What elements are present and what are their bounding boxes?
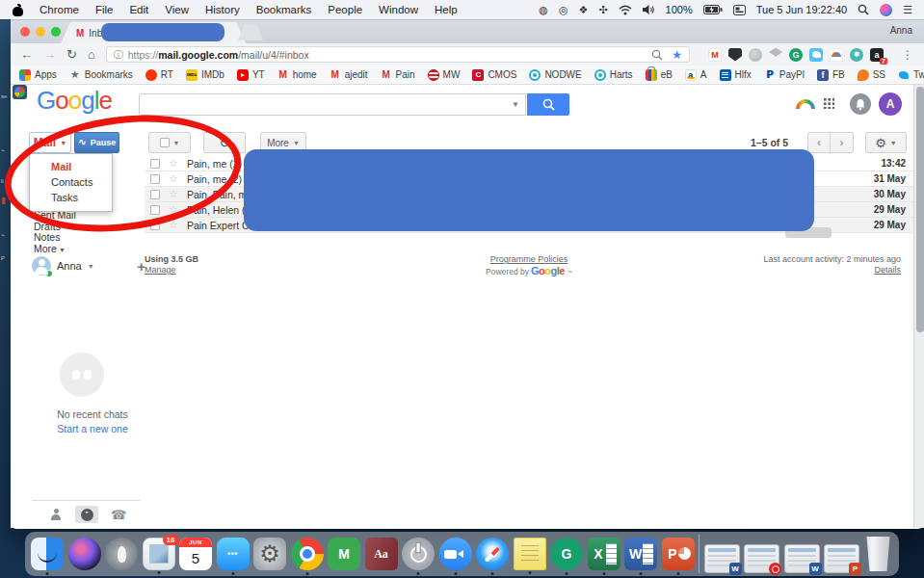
siri-icon[interactable]: [880, 4, 892, 16]
dropdown-menu-item[interactable]: Mail: [30, 159, 112, 174]
minimized-word-window[interactable]: [704, 544, 740, 573]
wifi-status-icon[interactable]: [619, 5, 632, 15]
boomerang-extension-icon[interactable]: [830, 48, 843, 62]
battery-icon[interactable]: [703, 5, 723, 14]
gmail-extension-icon[interactable]: [708, 48, 722, 62]
phone-tab-icon[interactable]: ☎: [111, 508, 126, 522]
email-star-icon[interactable]: ☆: [169, 220, 178, 230]
email-checkbox[interactable]: [150, 174, 160, 184]
bookmark-item[interactable]: PayPl: [764, 69, 805, 81]
activity-details-link[interactable]: Details: [874, 265, 901, 275]
settings-gear-button[interactable]: ⚙▼: [865, 132, 907, 153]
zoom-level-icon[interactable]: [651, 49, 663, 61]
email-star-icon[interactable]: ☆: [169, 189, 178, 199]
amazon-extension-icon[interactable]: 7: [870, 48, 884, 62]
back-button[interactable]: ←: [20, 48, 33, 61]
asterisk-extension-icon[interactable]: [850, 48, 863, 62]
word-dock-icon[interactable]: W: [624, 538, 657, 570]
bookmark-item[interactable]: ajedit: [330, 69, 368, 81]
safari-dock-icon[interactable]: [476, 538, 509, 570]
chat-profile-row[interactable]: Anna ▼ +: [32, 256, 145, 276]
notification-center-icon[interactable]: ☰: [903, 5, 912, 15]
menu-item[interactable]: Edit: [129, 4, 148, 15]
scrollbar-thumb[interactable]: [916, 87, 924, 332]
grammarly-extension-icon[interactable]: [789, 48, 803, 62]
trash-dock-icon[interactable]: [864, 537, 893, 571]
bookmark-item[interactable]: Twtt: [898, 69, 924, 81]
bookmark-item[interactable]: eB: [646, 69, 673, 81]
bookmark-item[interactable]: Pain: [381, 69, 415, 81]
browser-profile-name[interactable]: Anna: [890, 25, 912, 36]
browser-menu-icon[interactable]: ⋮: [902, 48, 914, 62]
bookmark-item[interactable]: A: [685, 69, 707, 81]
menu-item[interactable]: File: [95, 4, 114, 15]
bookmark-item[interactable]: Harts: [594, 69, 633, 81]
select-all-button[interactable]: ▼: [148, 132, 191, 153]
email-star-icon[interactable]: ☆: [169, 173, 178, 184]
menu-item[interactable]: People: [328, 4, 362, 15]
apple-menu-icon[interactable]: [12, 4, 24, 16]
new-tab-button[interactable]: [238, 25, 263, 40]
messages-dock-icon[interactable]: •••: [217, 538, 250, 570]
spotlight-search-icon[interactable]: [858, 4, 869, 15]
new-chat-plus-button[interactable]: +: [137, 258, 145, 275]
boomerang-header-icon[interactable]: [796, 99, 815, 109]
calendar-dock-icon[interactable]: JUN 5: [179, 538, 212, 570]
programme-policies-link[interactable]: Programme Policies: [490, 254, 568, 264]
page-scrollbar[interactable]: [913, 85, 924, 528]
email-checkbox[interactable]: [150, 190, 160, 199]
dropdown-menu-item[interactable]: Contacts: [30, 174, 112, 190]
menu-item[interactable]: History: [205, 4, 240, 15]
reload-button[interactable]: ↻: [66, 48, 77, 61]
bookmark-item[interactable]: IMDb: [186, 69, 224, 81]
close-window-button[interactable]: [20, 27, 30, 37]
dnd-status-icon[interactable]: ◍: [539, 5, 548, 15]
bookmark-item[interactable]: Bookmarks: [69, 69, 133, 81]
bookmark-star-icon[interactable]: ★: [672, 48, 682, 62]
finder-dock-icon[interactable]: [31, 538, 64, 570]
bookmark-item[interactable]: home: [277, 69, 317, 81]
dropbox-status-icon[interactable]: ❖: [579, 5, 589, 15]
contacts-tab-icon[interactable]: [49, 508, 63, 521]
swirl-extension-icon[interactable]: [749, 48, 762, 62]
bookmark-item[interactable]: MW: [428, 69, 461, 81]
minimized-powerpoint-window[interactable]: [824, 544, 859, 573]
bookmark-item[interactable]: Hlfx: [720, 69, 752, 81]
email-checkbox[interactable]: [150, 221, 160, 230]
dropbox-extension-icon[interactable]: [769, 48, 782, 62]
siri-dock-icon[interactable]: [68, 538, 101, 570]
older-page-button[interactable]: ›: [831, 132, 854, 153]
email-checkbox[interactable]: [150, 159, 160, 169]
menu-item[interactable]: Chrome: [40, 4, 79, 15]
notifications-bell-icon[interactable]: [850, 93, 871, 115]
menu-item[interactable]: Window: [379, 4, 418, 15]
bookmark-item[interactable]: FB: [817, 69, 845, 81]
chrome-dock-icon[interactable]: [291, 538, 324, 570]
gmail-search-button[interactable]: [527, 93, 569, 116]
menu-item[interactable]: Bookmarks: [256, 4, 312, 15]
home-button[interactable]: ⌂: [88, 48, 95, 61]
system-preferences-dock-icon[interactable]: ⚙: [253, 538, 286, 570]
mail-menu-button[interactable]: Mail▼: [29, 132, 71, 153]
dictionary-dock-icon[interactable]: Aa: [365, 538, 398, 570]
email-checkbox[interactable]: [150, 205, 160, 215]
minimized-power-window[interactable]: [744, 544, 779, 573]
fullscreen-window-button[interactable]: [51, 27, 61, 37]
select-checkbox[interactable]: [160, 138, 170, 147]
volume-status-icon[interactable]: [643, 5, 655, 14]
menu-bar-clock[interactable]: Tue 5 Jun 19:22:40: [756, 4, 847, 15]
input-source-icon[interactable]: [733, 5, 746, 15]
excel-dock-icon[interactable]: X: [588, 538, 620, 570]
mail-dock-icon[interactable]: 16: [143, 538, 175, 570]
grammarly-dock-icon[interactable]: G: [550, 538, 583, 570]
account-avatar[interactable]: A: [879, 92, 902, 116]
zoom-dock-icon[interactable]: [439, 538, 472, 570]
minimized-word-window[interactable]: [784, 544, 820, 573]
shield-extension-icon[interactable]: [728, 48, 742, 62]
email-star-icon[interactable]: ☆: [169, 158, 178, 169]
google-apps-grid-icon[interactable]: [823, 97, 834, 109]
sidebar-folder-item[interactable]: More ▼: [34, 244, 76, 256]
search-options-caret[interactable]: ▼: [512, 100, 519, 109]
menu-item[interactable]: Help: [435, 4, 458, 15]
twitter-extension-icon[interactable]: [809, 48, 823, 62]
